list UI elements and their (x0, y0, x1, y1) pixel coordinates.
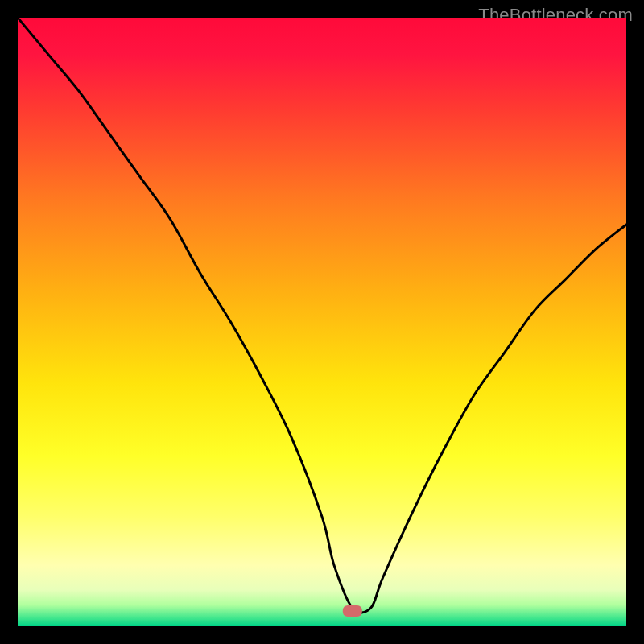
gradient-background (18, 18, 626, 626)
optimal-point-marker (343, 605, 362, 617)
bottleneck-chart-svg (18, 18, 626, 626)
chart-frame: TheBottleneck.com (0, 0, 644, 644)
plot-area (18, 18, 626, 626)
